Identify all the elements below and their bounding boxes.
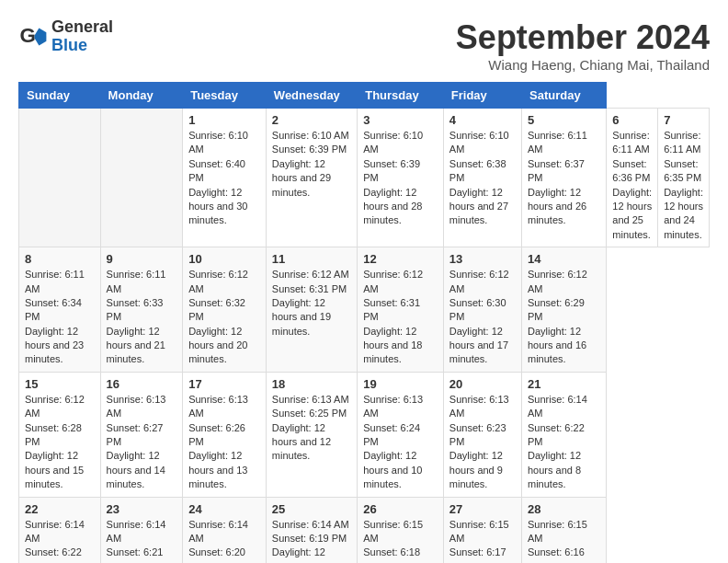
sunrise: Sunrise: 6:10 AM — [272, 130, 349, 141]
daylight: Daylight: 12 hours and 12 minutes. — [272, 422, 331, 462]
logo: G General Blue — [18, 18, 113, 55]
daylight: Daylight: 12 hours and 9 minutes. — [449, 450, 503, 489]
cell-content: Sunrise: 6:12 AM Sunset: 6:28 PM Dayligh… — [25, 393, 95, 492]
day-number: 17 — [188, 377, 260, 391]
page-header: G General Blue September 2024 Wiang Haen… — [18, 18, 710, 73]
cell-content: Sunrise: 6:14 AM Sunset: 6:19 PM Dayligh… — [272, 518, 351, 563]
day-number: 5 — [528, 113, 600, 127]
day-number: 24 — [188, 502, 260, 516]
sunrise: Sunrise: 6:13 AM — [449, 394, 509, 419]
sunset: Sunset: 6:34 PM — [25, 297, 82, 322]
svg-marker-1 — [35, 28, 47, 45]
day-number: 22 — [25, 502, 95, 516]
cell-content: Sunrise: 6:11 AM Sunset: 6:33 PM Dayligh… — [107, 268, 177, 367]
sunrise: Sunrise: 6:15 AM — [528, 519, 587, 544]
sunset: Sunset: 6:16 PM — [528, 546, 585, 563]
daylight: Daylight: 12 hours and 20 minutes. — [188, 326, 247, 365]
col-tuesday: Tuesday — [183, 83, 267, 109]
logo-general: General — [51, 17, 113, 36]
sunrise: Sunrise: 6:11 AM — [25, 269, 85, 293]
sunset: Sunset: 6:39 PM — [363, 158, 420, 183]
table-cell: 10 Sunrise: 6:12 AM Sunset: 6:32 PM Dayl… — [183, 247, 267, 373]
logo-blue: Blue — [51, 36, 87, 54]
title-block: September 2024 Wiang Haeng, Chiang Mai, … — [456, 18, 710, 73]
cell-content: Sunrise: 6:12 AM Sunset: 6:32 PM Dayligh… — [188, 268, 260, 367]
sunrise: Sunrise: 6:11 AM — [528, 130, 587, 155]
table-cell: 5 Sunrise: 6:11 AM Sunset: 6:37 PM Dayli… — [522, 109, 607, 247]
day-number: 25 — [272, 502, 351, 516]
sunrise: Sunrise: 6:11 AM — [612, 130, 649, 155]
sunrise: Sunrise: 6:11 AM — [664, 130, 700, 155]
day-number: 26 — [363, 502, 438, 516]
table-cell: 17 Sunrise: 6:13 AM Sunset: 6:26 PM Dayl… — [183, 372, 267, 497]
sunset: Sunset: 6:31 PM — [272, 283, 347, 294]
daylight: Daylight: 12 hours and 17 minutes. — [449, 326, 508, 365]
logo-text: General Blue — [51, 18, 113, 55]
daylight: Daylight: 12 hours and 13 minutes. — [188, 450, 247, 489]
month-title: September 2024 — [456, 18, 710, 57]
cell-content: Sunrise: 6:14 AM Sunset: 6:22 PM Dayligh… — [25, 518, 95, 563]
sunrise: Sunrise: 6:12 AM — [449, 269, 509, 293]
table-cell — [19, 109, 101, 247]
sunset: Sunset: 6:31 PM — [363, 297, 420, 322]
daylight: Daylight: 12 hours and 15 minutes. — [25, 450, 84, 489]
cell-content: Sunrise: 6:14 AM Sunset: 6:20 PM Dayligh… — [188, 518, 260, 563]
table-cell: 12 Sunrise: 6:12 AM Sunset: 6:31 PM Dayl… — [358, 247, 444, 373]
daylight: Daylight: 12 hours and 26 minutes. — [528, 187, 586, 226]
table-cell: 1 Sunrise: 6:10 AM Sunset: 6:40 PM Dayli… — [183, 109, 267, 247]
daylight: Daylight: 12 hours and 28 minutes. — [363, 187, 422, 226]
calendar: Sunday Monday Tuesday Wednesday Thursday… — [18, 82, 710, 563]
cell-content: Sunrise: 6:15 AM Sunset: 6:18 PM Dayligh… — [363, 518, 438, 563]
day-number: 23 — [107, 502, 177, 516]
cell-content: Sunrise: 6:13 AM Sunset: 6:25 PM Dayligh… — [272, 393, 351, 464]
table-cell: 9 Sunrise: 6:11 AM Sunset: 6:33 PM Dayli… — [100, 247, 183, 373]
table-cell: 14 Sunrise: 6:12 AM Sunset: 6:29 PM Dayl… — [522, 247, 607, 373]
day-number: 8 — [25, 252, 95, 266]
cell-content: Sunrise: 6:11 AM Sunset: 6:36 PM Dayligh… — [612, 129, 652, 242]
sunset: Sunset: 6:36 PM — [612, 158, 650, 183]
sunset: Sunset: 6:38 PM — [449, 158, 506, 183]
col-saturday: Saturday — [522, 83, 607, 109]
col-friday: Friday — [443, 83, 521, 109]
table-cell: 24 Sunrise: 6:14 AM Sunset: 6:20 PM Dayl… — [183, 497, 267, 563]
calendar-header-row: Sunday Monday Tuesday Wednesday Thursday… — [19, 83, 710, 109]
sunrise: Sunrise: 6:11 AM — [107, 269, 166, 293]
day-number: 1 — [188, 113, 260, 127]
cell-content: Sunrise: 6:13 AM Sunset: 6:23 PM Dayligh… — [449, 393, 516, 492]
daylight: Daylight: 12 hours and 16 minutes. — [528, 326, 586, 365]
sunrise: Sunrise: 6:14 AM — [272, 519, 349, 530]
sunrise: Sunrise: 6:14 AM — [107, 519, 166, 544]
sunset: Sunset: 6:17 PM — [449, 546, 506, 563]
sunrise: Sunrise: 6:12 AM — [363, 269, 423, 293]
sunrise: Sunrise: 6:12 AM — [25, 394, 85, 419]
table-cell: 26 Sunrise: 6:15 AM Sunset: 6:18 PM Dayl… — [358, 497, 444, 563]
table-cell — [100, 109, 183, 247]
sunrise: Sunrise: 6:15 AM — [363, 519, 423, 544]
calendar-row-2: 8 Sunrise: 6:11 AM Sunset: 6:34 PM Dayli… — [19, 247, 710, 373]
cell-content: Sunrise: 6:15 AM Sunset: 6:16 PM Dayligh… — [528, 518, 600, 563]
sunset: Sunset: 6:21 PM — [107, 546, 164, 563]
col-monday: Monday — [100, 83, 183, 109]
cell-content: Sunrise: 6:13 AM Sunset: 6:27 PM Dayligh… — [107, 393, 177, 492]
table-cell: 21 Sunrise: 6:14 AM Sunset: 6:22 PM Dayl… — [522, 372, 607, 497]
table-cell: 19 Sunrise: 6:13 AM Sunset: 6:24 PM Dayl… — [358, 372, 444, 497]
day-number: 3 — [363, 113, 438, 127]
day-number: 18 — [272, 377, 351, 391]
cell-content: Sunrise: 6:11 AM Sunset: 6:37 PM Dayligh… — [528, 129, 600, 228]
cell-content: Sunrise: 6:10 AM Sunset: 6:40 PM Dayligh… — [188, 129, 260, 228]
table-cell: 11 Sunrise: 6:12 AM Sunset: 6:31 PM Dayl… — [266, 247, 357, 373]
cell-content: Sunrise: 6:13 AM Sunset: 6:26 PM Dayligh… — [188, 393, 260, 492]
cell-content: Sunrise: 6:14 AM Sunset: 6:22 PM Dayligh… — [528, 393, 600, 492]
table-cell: 15 Sunrise: 6:12 AM Sunset: 6:28 PM Dayl… — [19, 372, 101, 497]
table-cell: 20 Sunrise: 6:13 AM Sunset: 6:23 PM Dayl… — [443, 372, 521, 497]
sunrise: Sunrise: 6:12 AM — [188, 269, 248, 293]
table-cell: 16 Sunrise: 6:13 AM Sunset: 6:27 PM Dayl… — [100, 372, 183, 497]
daylight: Daylight: 12 hours and 29 minutes. — [272, 158, 331, 198]
table-cell: 18 Sunrise: 6:13 AM Sunset: 6:25 PM Dayl… — [266, 372, 357, 497]
daylight: Daylight: 12 hours and 24 minutes. — [664, 187, 703, 240]
day-number: 4 — [449, 113, 516, 127]
table-cell: 7 Sunrise: 6:11 AM Sunset: 6:35 PM Dayli… — [658, 109, 710, 247]
table-cell: 4 Sunrise: 6:10 AM Sunset: 6:38 PM Dayli… — [443, 109, 521, 247]
day-number: 27 — [449, 502, 516, 516]
calendar-row-4: 22 Sunrise: 6:14 AM Sunset: 6:22 PM Dayl… — [19, 497, 710, 563]
